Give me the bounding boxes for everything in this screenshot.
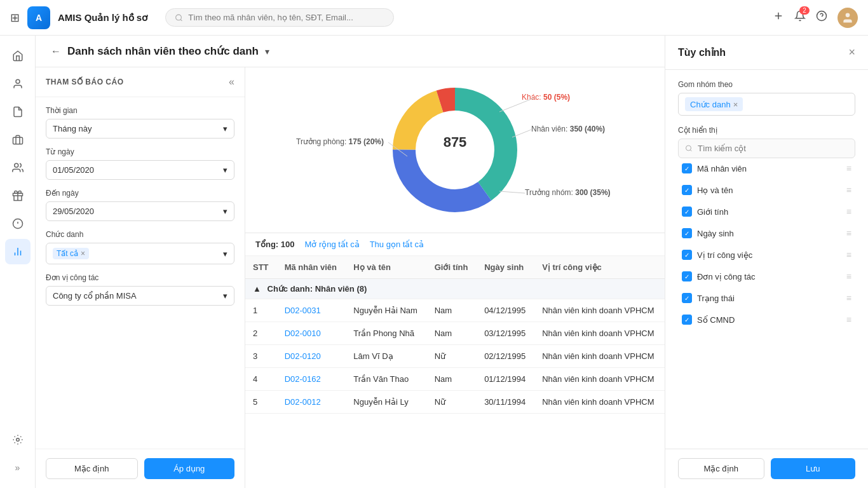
position-tag-remove[interactable]: × (81, 249, 85, 258)
position-select[interactable]: Tất cả × ▾ (46, 243, 234, 264)
grid-icon[interactable]: ⊞ (10, 11, 20, 25)
drag-handle-icon[interactable]: ≡ (846, 228, 851, 238)
content-body: THAM SỐ BÁO CÁO « Thời gian Tháng này ▾ … (36, 67, 665, 488)
to-date-select[interactable]: 29/05/2020 ▾ (46, 201, 234, 221)
cell-code: D02-0031 (277, 299, 346, 322)
panel-default-button[interactable]: Mặc định (678, 458, 764, 479)
cell-name: Trần Văn Thao (346, 368, 426, 391)
panel-body: Gom nhóm theo Chức danh × Cột hiển thị ✓… (665, 70, 868, 449)
help-button[interactable] (816, 10, 827, 25)
svg-text:875: 875 (444, 134, 467, 150)
time-select[interactable]: Tháng này ▾ (46, 119, 234, 139)
sidebar-item-settings[interactable] (5, 427, 31, 452)
col-checkbox[interactable]: ✓ (682, 250, 692, 260)
to-date-field: Đến ngày 29/05/2020 ▾ (46, 189, 234, 221)
col-item[interactable]: ✓ Ngày sinh ≡ (678, 223, 855, 243)
search-icon (175, 13, 183, 22)
unit-select[interactable]: Công ty cổ phần MISA ▾ (46, 286, 234, 306)
col-gioi-tinh: Giới tính (427, 256, 477, 279)
svg-point-9 (14, 163, 18, 167)
search-input[interactable] (188, 13, 384, 22)
cell-name: Nguyễn Hải Ly (346, 391, 426, 414)
drag-handle-icon[interactable]: ≡ (846, 185, 851, 195)
cell-gender: Nam (427, 322, 477, 345)
chart-label-truongnhom: Trưởng nhóm: 300 (35%) (525, 188, 611, 197)
col-display-section: Cột hiển thị ✓ Mã nhân viên ≡ ✓ Họ và tê… (678, 126, 855, 330)
col-vi-tri: Vị trí công việc (534, 256, 665, 279)
page-title-dropdown[interactable]: ▾ (265, 46, 269, 57)
col-item[interactable]: ✓ Vị trí công việc ≡ (678, 245, 855, 265)
col-item-name: Họ và tên (697, 186, 733, 195)
cell-name: Trần Phong Nhã (346, 322, 426, 345)
cell-code: D02-0012 (277, 391, 346, 414)
sidebar-item-people[interactable] (5, 155, 31, 180)
cell-dob: 02/12/1995 (477, 345, 534, 368)
param-apply-button[interactable]: Áp dụng (144, 458, 235, 479)
group-tags: Chức danh × (678, 93, 855, 116)
param-panel: THAM SỐ BÁO CÁO « Thời gian Tháng này ▾ … (36, 67, 245, 488)
col-item[interactable]: ✓ Họ và tên ≡ (678, 180, 855, 200)
add-button[interactable] (773, 10, 784, 25)
col-item-left: ✓ Mã nhân viên (682, 163, 747, 173)
collapse-all-link[interactable]: Thu gọn tất cả (370, 240, 424, 249)
sidebar-item-person[interactable] (5, 71, 31, 97)
back-button[interactable]: ← (51, 46, 61, 57)
group-by-label: Gom nhóm theo (678, 80, 855, 89)
notification-button[interactable]: 2 (794, 10, 806, 25)
notification-badge: 2 (799, 6, 810, 15)
drag-handle-icon[interactable]: ≡ (846, 163, 851, 173)
col-checkbox[interactable]: ✓ (682, 315, 692, 325)
unit-label: Đơn vị công tác (46, 273, 234, 282)
sidebar-item-briefcase[interactable] (5, 127, 31, 152)
col-checkbox[interactable]: ✓ (682, 207, 692, 217)
col-item[interactable]: ✓ Giới tính ≡ (678, 201, 855, 222)
col-item-left: ✓ Giới tính (682, 207, 728, 217)
col-item[interactable]: ✓ Đơn vị công tác ≡ (678, 266, 855, 287)
sidebar-item-home[interactable] (5, 43, 31, 69)
cell-dob: 04/12/1995 (477, 299, 534, 322)
drag-handle-icon[interactable]: ≡ (846, 293, 851, 303)
param-default-button[interactable]: Mặc định (46, 458, 138, 479)
param-header: THAM SỐ BÁO CÁO « (36, 67, 245, 97)
col-item[interactable]: ✓ Trạng thái ≡ (678, 288, 855, 308)
group-collapse-icon[interactable]: ▲ (253, 284, 261, 294)
col-item[interactable]: ✓ Mã nhân viên ≡ (678, 158, 855, 179)
col-search-input[interactable] (698, 144, 848, 153)
col-checkbox[interactable]: ✓ (682, 185, 692, 195)
panel-save-button[interactable]: Lưu (771, 458, 856, 479)
drag-handle-icon[interactable]: ≡ (846, 315, 851, 325)
cell-position: Nhân viên kinh doanh VPHCM (534, 345, 665, 368)
col-search[interactable] (678, 139, 855, 158)
drag-handle-icon[interactable]: ≡ (846, 207, 851, 217)
col-checkbox[interactable]: ✓ (682, 163, 692, 173)
panel-footer: Mặc định Lưu (665, 449, 868, 488)
panel-close-button[interactable]: × (848, 46, 855, 59)
position-field: Chức danh Tất cả × ▾ (46, 230, 234, 264)
unit-field: Đơn vị công tác Công ty cổ phần MISA ▾ (46, 273, 234, 306)
nav-right: 2 (773, 8, 858, 28)
drag-handle-icon[interactable]: ≡ (846, 250, 851, 260)
col-checkbox[interactable]: ✓ (682, 271, 692, 281)
sidebar-item-chart[interactable] (5, 239, 31, 264)
col-item[interactable]: ✓ Số CMND ≡ (678, 309, 855, 330)
col-item-name: Giới tính (697, 207, 728, 217)
col-checkbox[interactable]: ✓ (682, 293, 692, 303)
from-date-select[interactable]: 01/05/2020 ▾ (46, 160, 234, 180)
cell-code: D02-0162 (277, 368, 346, 391)
drag-handle-icon[interactable]: ≡ (846, 271, 851, 281)
page-title: Danh sách nhân viên theo chức danh (67, 44, 259, 58)
search-bar[interactable] (165, 8, 394, 27)
col-checkbox[interactable]: ✓ (682, 228, 692, 238)
expand-all-link[interactable]: Mở rộng tất cả (304, 240, 359, 249)
sidebar-expand-button[interactable]: » (5, 455, 31, 480)
group-tag-remove[interactable]: × (733, 100, 738, 109)
col-ho-ten: Họ và tên (346, 256, 426, 279)
user-avatar[interactable] (837, 8, 858, 28)
cell-name: Lâm Vĩ Dạ (346, 345, 426, 368)
param-collapse-button[interactable]: « (229, 76, 234, 88)
sidebar-item-gift[interactable] (5, 183, 31, 208)
cell-stt: 2 (245, 322, 277, 345)
sidebar-item-document[interactable] (5, 99, 31, 125)
sidebar-item-alert[interactable] (5, 211, 31, 236)
right-area: 875 Khác: 50 (5%) Nhân viên: 350 (40%) T… (245, 67, 665, 488)
